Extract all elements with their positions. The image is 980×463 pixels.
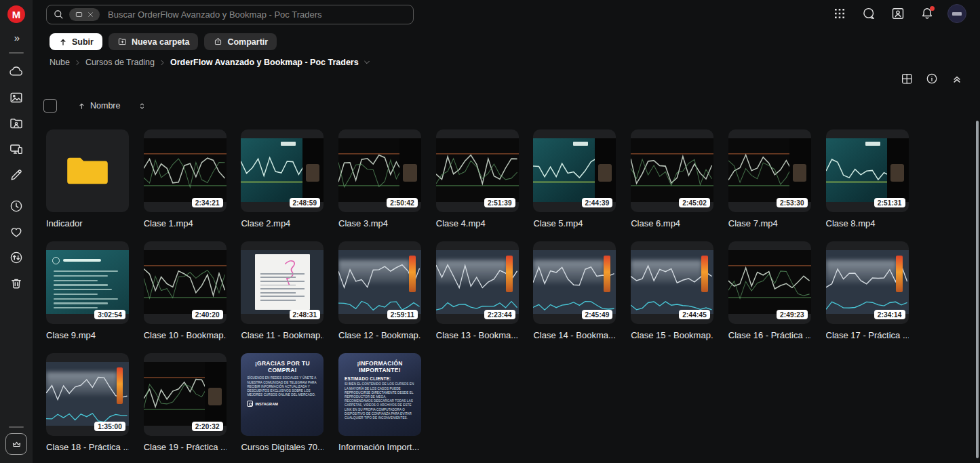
file-name: Clase 16 - Práctica ...: [728, 330, 811, 340]
rubbish-bin-icon[interactable]: [3, 270, 29, 296]
thumbnail: 2:59:11: [338, 241, 421, 324]
video-thumbnail: [338, 138, 421, 202]
file-tile[interactable]: 2:51:39 Clase 4.mp4: [436, 129, 519, 241]
share-icon: [213, 37, 223, 47]
duration-badge: 1:35:00: [94, 422, 125, 431]
thumbnail: 2:44:39: [533, 129, 616, 212]
file-tile[interactable]: 2:48:31 Clase 11 - Bookmap...: [241, 241, 324, 353]
webcam-strip: [399, 138, 421, 202]
expand-sidebar-icon[interactable]: »: [14, 32, 18, 43]
breadcrumb-current[interactable]: OrderFlow Avanzado y Bookmap - Poc Trade…: [170, 58, 359, 67]
sort-direction-icon: [77, 102, 86, 110]
photos-icon[interactable]: [3, 85, 29, 110]
breadcrumb-parent[interactable]: Cursos de Trading: [85, 58, 155, 67]
upload-button[interactable]: Subir: [50, 33, 102, 50]
toolbar: Subir Nueva carpeta Compartir: [50, 33, 277, 50]
collapse-icon[interactable]: [949, 71, 965, 87]
file-tile[interactable]: ¡GRACIAS POR TU COMPRA!SÍGUENOS EN REDES…: [241, 353, 324, 463]
avatar[interactable]: [947, 4, 966, 23]
file-tile[interactable]: 2:50:42 Clase 3.mp4: [338, 129, 421, 241]
thumbnail: ¡GRACIAS POR TU COMPRA!SÍGUENOS EN REDES…: [241, 353, 324, 436]
file-tile[interactable]: 2:45:49 Clase 14 - Bookma...: [533, 241, 616, 353]
thumbnail: 2:20:32: [144, 353, 227, 436]
file-tile[interactable]: 2:49:23 Clase 16 - Práctica ...: [728, 241, 811, 353]
search-input[interactable]: [106, 9, 413, 20]
upload-label: Subir: [72, 37, 94, 47]
select-all-checkbox[interactable]: [43, 99, 57, 113]
file-tile[interactable]: 2:53:30 Clase 7.mp4: [728, 129, 811, 241]
shared-folder-icon[interactable]: [3, 110, 29, 136]
new-folder-button[interactable]: Nueva carpeta: [109, 33, 198, 50]
draw-icon[interactable]: [3, 162, 29, 188]
notifications-icon[interactable]: [918, 5, 936, 22]
file-tile[interactable]: 2:44:45 Clase 15 - Bookmap...: [631, 241, 713, 353]
devices-icon[interactable]: [3, 136, 29, 162]
webcam-strip: [887, 138, 909, 202]
video-thumbnail: [241, 250, 324, 314]
cloud-drive-icon[interactable]: [3, 59, 29, 85]
file-tile[interactable]: 2:51:31 Clase 8.mp4: [826, 129, 909, 241]
grid-view-icon[interactable]: [899, 71, 915, 87]
file-tile[interactable]: ¡INFORMACIÓN IMPORTANTE!ESTIMADO CLIENTE…: [338, 353, 421, 463]
video-thumbnail: [436, 138, 519, 202]
thumbnail: 2:48:31: [241, 241, 324, 324]
vertical-scrollbar[interactable]: [976, 121, 979, 458]
file-name: Clase 11 - Bookmap...: [241, 330, 324, 340]
video-thumbnail: [631, 250, 713, 314]
breadcrumb-root[interactable]: Nube: [50, 58, 70, 67]
video-thumbnail: [728, 250, 811, 314]
file-name: Clase 12 - Bookmap...: [338, 330, 421, 340]
video-thumbnail: [533, 250, 616, 314]
file-tile[interactable]: 2:40:20 Clase 10 - Bookmap...: [144, 241, 227, 353]
contacts-icon[interactable]: [889, 5, 907, 22]
promo-thumbnail: ¡INFORMACIÓN IMPORTANTE!ESTIMADO CLIENTE…: [338, 353, 421, 436]
file-tile[interactable]: 3:02:54 Clase 9.mp4: [46, 241, 129, 353]
duration-badge: 2:51:31: [874, 198, 905, 207]
file-name: Clase 18 - Práctica ...: [46, 442, 129, 452]
folder-tile[interactable]: Indicador: [46, 129, 129, 241]
thumbnail: ¡INFORMACIÓN IMPORTANTE!ESTIMADO CLIENTE…: [338, 353, 421, 436]
sort-toggle-icon[interactable]: [138, 102, 146, 110]
share-button[interactable]: Compartir: [204, 33, 277, 50]
duration-badge: 2:53:30: [777, 198, 808, 207]
video-thumbnail: [631, 138, 713, 202]
search-bar: [46, 5, 414, 24]
video-thumbnail: [144, 362, 227, 426]
file-tile[interactable]: 2:44:39 Clase 5.mp4: [533, 129, 616, 241]
file-tile[interactable]: 2:34:14 Clase 17 - Práctica ...: [826, 241, 909, 353]
favourites-icon[interactable]: [3, 219, 29, 245]
sidebar: M »: [0, 0, 33, 463]
transfers-icon[interactable]: [3, 245, 29, 270]
apps-grid-icon[interactable]: [831, 5, 848, 22]
mega-file-manager: M » Subi: [0, 0, 980, 463]
chat-icon[interactable]: [860, 5, 878, 22]
file-tile[interactable]: 2:20:32 Clase 19 - Práctica ...: [144, 353, 227, 463]
mega-logo[interactable]: M: [7, 5, 25, 23]
topbar-icons: [831, 4, 966, 23]
duration-badge: 2:59:11: [387, 310, 418, 319]
file-name: Indicador: [46, 218, 129, 228]
video-thumbnail: [826, 250, 909, 314]
clear-scope-icon[interactable]: [87, 11, 94, 18]
video-thumbnail: [144, 250, 227, 314]
video-thumbnail: [338, 250, 421, 314]
file-tile[interactable]: 2:45:02 Clase 6.mp4: [631, 129, 713, 241]
file-tile[interactable]: 2:34:21 Clase 1.mp4: [144, 129, 227, 241]
chevron-down-icon[interactable]: [363, 58, 371, 66]
file-tile[interactable]: 2:48:59 Clase 2.mp4: [241, 129, 324, 241]
file-tile[interactable]: 2:23:44 Clase 13 - Bookma...: [436, 241, 519, 353]
search-scope-chip[interactable]: [69, 8, 100, 21]
file-tile[interactable]: 2:59:11 Clase 12 - Bookmap...: [338, 241, 421, 353]
file-tile[interactable]: 1:35:00 Clase 18 - Práctica ...: [46, 353, 129, 463]
info-icon[interactable]: [924, 71, 940, 87]
file-name: Clase 7.mp4: [728, 218, 811, 228]
video-thumbnail: [241, 138, 324, 202]
thumbnail: 3:02:54: [46, 241, 129, 324]
search-icon: [53, 9, 64, 20]
thumbnail: 2:50:42: [338, 129, 421, 212]
file-grid: Indicador 2:34:21 Clase 1.mp4 2:48:59 Cl…: [46, 129, 909, 463]
duration-badge: 2:50:42: [387, 198, 418, 207]
pro-upgrade-button[interactable]: [5, 433, 27, 455]
recents-icon[interactable]: [3, 193, 29, 219]
sort-by-name[interactable]: Nombre: [77, 101, 120, 110]
